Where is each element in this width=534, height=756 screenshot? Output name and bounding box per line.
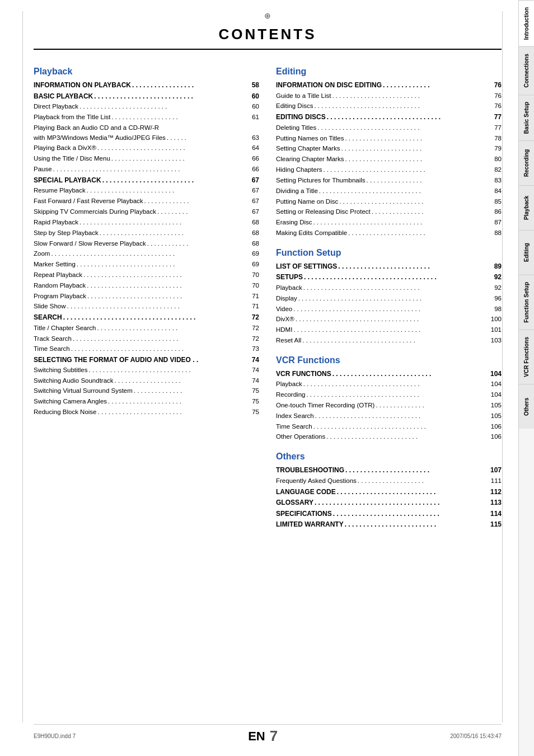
entry-title: Zoom: [34, 249, 50, 259]
toc-row: Marker Setting . . . . . . . . . . . . .…: [34, 260, 259, 270]
entry-page: 106: [488, 422, 502, 432]
entry-page: 77: [488, 112, 502, 123]
toc-row: Putting Names on Titles . . . . . . . . …: [276, 134, 502, 144]
entry-page: 96: [488, 294, 502, 304]
entry-page: 70: [245, 270, 259, 280]
entry-title: Direct Playback: [34, 102, 78, 112]
entry-title: Repeat Playback: [34, 270, 82, 280]
toc-row: Direct Playback . . . . . . . . . . . . …: [34, 102, 259, 112]
toc-row: Dividing a Title . . . . . . . . . . . .…: [276, 186, 502, 197]
toc-row: Playing Back an Audio CD and a CD-RW/-R: [34, 123, 259, 133]
toc-row: DivX® . . . . . . . . . . . . . . . . . …: [276, 314, 502, 325]
entry-dots: . . . . . . . . . . . . . .: [133, 386, 245, 397]
entry-dots: . . . . . . . . . . . . . . . . . . .: [114, 376, 245, 387]
sidebar-tab-basic-setup[interactable]: Basic Setup: [519, 95, 534, 140]
entry-dots: . . . . . . . . . . . . . . . . . . . . …: [292, 304, 488, 315]
toc-row: EDITING DISCS . . . . . . . . . . . . . …: [276, 112, 502, 123]
sidebar-tab-introduction[interactable]: Introduction: [519, 0, 534, 46]
toc-row: Index Search . . . . . . . . . . . . . .…: [276, 411, 502, 422]
entry-page: 89: [488, 261, 502, 272]
entry-page: 76: [488, 80, 502, 91]
entry-page: 105: [488, 411, 502, 421]
sidebar-tab-recording[interactable]: Recording: [519, 140, 534, 185]
section-playback-heading: Playback: [34, 67, 259, 77]
entry-title: SETUPS: [276, 272, 303, 283]
entry-title: INFORMATION ON DISC EDITING: [276, 80, 382, 91]
section-others-heading: Others: [276, 452, 502, 462]
entry-title: Setting Chapter Marks: [276, 144, 340, 154]
entry-title: Guide to a Title List: [276, 91, 331, 101]
entry-page: 80: [488, 154, 502, 165]
entry-page: 76: [488, 91, 502, 101]
entry-title: Index Search: [276, 411, 314, 421]
entry-title: Track Search: [34, 334, 72, 344]
entry-title: Title / Chapter Search: [34, 323, 96, 334]
entry-page: 72: [245, 334, 259, 344]
entry-page: 68: [245, 218, 259, 228]
entry-dots: . . . . . . . . . . . . . . . . . . .: [357, 476, 488, 487]
entry-dots: . . . . . . . . . . . . . . . . . . . . …: [110, 154, 245, 165]
toc-row: TROUBLESHOOTING . . . . . . . . . . . . …: [276, 465, 502, 476]
entry-title: Switching Audio Soundtrack: [34, 376, 114, 386]
entry-dots: . . . . . . . . . . . . . . . . . . . . …: [294, 314, 488, 325]
entry-dots: . . . . . . . . . . . . . . . . . . . . …: [314, 411, 488, 422]
sidebar-tab-vcr-functions[interactable]: VCR Functions: [519, 330, 534, 384]
entry-page: 74: [245, 376, 259, 386]
toc-row: Setting Pictures for Thumbnails . . . . …: [276, 176, 502, 186]
toc-row: Playback . . . . . . . . . . . . . . . .…: [276, 379, 502, 390]
page-title: CONTENTS: [34, 26, 502, 50]
sidebar-tab-function-setup[interactable]: Function Setup: [519, 275, 534, 330]
entry-dots: . . . . . . . . . . . . . . . . . . . . …: [332, 509, 488, 520]
entry-title: Switching Camera Angles: [34, 397, 107, 407]
entry-title: Playing Back an Audio CD and a CD-RW/-R: [34, 123, 159, 133]
toc-row: Switching Camera Angles . . . . . . . . …: [34, 397, 259, 407]
entry-page: 64: [245, 143, 259, 153]
entry-dots: [159, 129, 245, 130]
entry-page: 107: [488, 465, 502, 476]
entry-page: 100: [488, 314, 502, 325]
entry-page: 85: [488, 197, 502, 207]
entry-dots: . . . . . . . . . . . . . . . . . . . . …: [344, 519, 488, 530]
toc-row: Slow Forward / Slow Reverse Playback . .…: [34, 239, 259, 250]
entry-dots: . . . . . . . . . . . . .: [143, 196, 245, 207]
entry-page: 103: [488, 336, 502, 346]
toc-row: Fast Forward / Fast Reverse Playback . .…: [34, 196, 259, 207]
entry-dots: . . . . . . . . . . . . . . . . . . . . …: [297, 294, 488, 304]
toc-row: HDMI . . . . . . . . . . . . . . . . . .…: [276, 325, 502, 336]
entry-page: 104: [488, 379, 502, 389]
toc-row: Setting or Releasing Disc Protect . . . …: [276, 207, 502, 218]
entry-page: 113: [488, 497, 502, 508]
sidebar-tab-connections[interactable]: Connections: [519, 46, 534, 95]
sidebar-tab-editing[interactable]: Editing: [519, 230, 534, 275]
entry-title: Setting or Releasing Disc Protect: [276, 207, 371, 217]
entry-title: Marker Setting: [34, 260, 76, 270]
entry-page: 61: [245, 112, 259, 123]
entry-title: Fast Forward / Fast Reverse Playback: [34, 196, 143, 206]
entry-page: 112: [488, 487, 502, 497]
en-label: EN: [248, 729, 265, 744]
entry-title: LIMITED WARRANTY: [276, 519, 344, 530]
sidebar-tab-playback[interactable]: Playback: [519, 185, 534, 230]
entry-dots: . . . . . . . . . . . . . . . . . . . . …: [78, 102, 245, 112]
entry-dots: . . . . . . . . . . . . . . . . . . . . …: [99, 228, 245, 239]
entry-dots: . . . . . . . . . . . . . . . . . . . . …: [97, 407, 245, 418]
entry-dots: . . . . . . . . . . . .: [146, 239, 245, 250]
main-content: ⊕ CONTENTS Playback INFORMATION ON PLAYB…: [0, 0, 518, 756]
entry-page: 101: [488, 325, 502, 335]
toc-row: Hiding Chapters . . . . . . . . . . . . …: [276, 165, 502, 176]
toc-row: BASIC PLAYBACK . . . . . . . . . . . . .…: [34, 91, 259, 102]
sidebar-tab-others[interactable]: Others: [519, 384, 534, 429]
left-toc-column: Playback INFORMATION ON PLAYBACK . . . .…: [34, 67, 259, 530]
toc-entries-function-setup: LIST OF SETTINGS . . . . . . . . . . . .…: [276, 261, 502, 346]
section-function-setup-heading: Function Setup: [276, 248, 502, 258]
entry-dots: . . . . . . . . . . . . . . . . . . . . …: [70, 344, 245, 355]
entry-title: Random Playback: [34, 281, 86, 291]
toc-row: VCR FUNCTIONS . . . . . . . . . . . . . …: [276, 369, 502, 380]
entry-title: Time Search: [276, 422, 312, 432]
entry-title: Other Operations: [276, 432, 325, 442]
entry-dots: . . . . . . . . . . . . . . . . . . . . …: [62, 312, 245, 323]
sidebar-tabs: Introduction Connections Basic Setup Rec…: [518, 0, 534, 756]
entry-title: Hiding Chapters: [276, 165, 322, 175]
toc-row: Other Operations . . . . . . . . . . . .…: [276, 432, 502, 443]
toc-entries-editing: INFORMATION ON DISC EDITING . . . . . . …: [276, 80, 502, 239]
